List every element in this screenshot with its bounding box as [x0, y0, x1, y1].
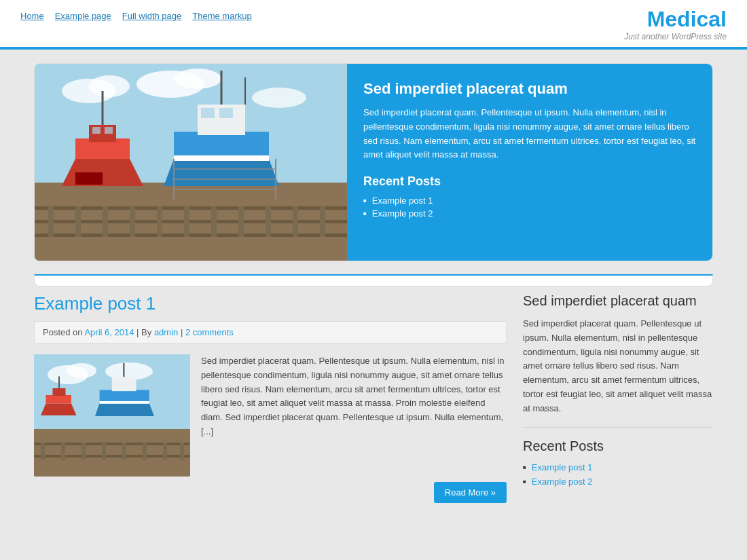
svg-rect-11	[75, 206, 81, 237]
svg-rect-20	[320, 206, 325, 237]
svg-rect-63	[112, 377, 136, 391]
svg-rect-17	[238, 206, 244, 237]
hero-content: Sed imperdiet placerat quam Sed imperdie…	[347, 64, 712, 261]
post-meta: Posted on April 6, 2014 | By admin | 2 c…	[34, 321, 507, 343]
post-body: Sed imperdiet placerat quam. Pellentesqu…	[34, 354, 507, 477]
svg-rect-16	[211, 206, 217, 237]
svg-rect-32	[201, 108, 215, 118]
nav-full-width[interactable]: Full width page	[122, 11, 181, 21]
sidebar: Sed imperdiet placerat quam Sed imperdie…	[523, 293, 713, 498]
svg-rect-24	[92, 127, 101, 134]
sidebar-post-link-1[interactable]: Example post 1	[532, 462, 593, 472]
svg-rect-33	[219, 108, 233, 118]
svg-rect-53	[143, 443, 147, 460]
hero-section: Sed imperdiet placerat quam Sed imperdie…	[34, 63, 713, 261]
svg-rect-9	[35, 234, 347, 237]
post-author[interactable]: admin	[154, 327, 178, 337]
nav-example-page[interactable]: Example page	[55, 11, 111, 21]
sidebar-post-link-2[interactable]: Example post 2	[532, 477, 593, 487]
svg-rect-61	[100, 390, 149, 403]
nav-home[interactable]: Home	[20, 11, 44, 21]
hero-recent-title: Recent Posts	[363, 174, 696, 189]
hero-post-item[interactable]: Example post 1	[363, 195, 696, 206]
svg-rect-7	[35, 206, 347, 210]
post-comments[interactable]: 2 comments	[185, 327, 234, 337]
svg-rect-25	[105, 127, 113, 134]
hero-posts-list: Example post 1 Example post 2	[363, 195, 696, 219]
svg-rect-57	[46, 395, 72, 404]
read-more-button[interactable]: Read More »	[434, 482, 507, 503]
svg-rect-54	[163, 443, 167, 460]
nav-theme-markup[interactable]: Theme markup	[192, 11, 251, 21]
svg-point-4	[174, 69, 221, 89]
sidebar-widget-title: Sed imperdiet placerat quam	[523, 293, 713, 309]
site-branding: Medical Just another WordPress site	[624, 7, 727, 41]
top-nav: Home Example page Full width page Theme …	[0, 0, 747, 47]
sidebar-post-item[interactable]: Example post 1	[523, 462, 713, 472]
svg-rect-49	[61, 443, 65, 460]
hero-text: Sed imperdiet placerat quam. Pellentesqu…	[363, 106, 696, 162]
svg-rect-27	[75, 172, 103, 185]
main-nav: Home Example page Full width page Theme …	[20, 7, 252, 21]
sidebar-divider	[523, 427, 713, 428]
post-excerpt: Sed imperdiet placerat quam. Pellentesqu…	[201, 354, 507, 477]
main-content: Example post 1 Posted on April 6, 2014 |…	[34, 293, 507, 498]
content-area: Example post 1 Posted on April 6, 2014 |…	[34, 293, 713, 498]
sidebar-recent-title: Recent Posts	[523, 438, 713, 454]
svg-rect-19	[293, 206, 298, 237]
svg-rect-51	[102, 443, 106, 460]
sidebar-widget-text: Sed imperdiet placerat quam. Pellentesqu…	[523, 317, 713, 416]
post-thumbnail	[34, 354, 190, 477]
svg-rect-30	[174, 155, 269, 161]
site-title: Medical	[624, 7, 727, 32]
svg-marker-60	[95, 403, 154, 416]
svg-point-2	[89, 75, 130, 97]
by-label: By	[141, 327, 151, 337]
svg-rect-48	[41, 443, 45, 460]
svg-rect-58	[53, 388, 66, 396]
svg-rect-62	[100, 401, 149, 404]
svg-rect-8	[35, 220, 347, 223]
post-title: Example post 1	[34, 293, 507, 314]
read-more-wrap: Read More »	[34, 487, 507, 498]
svg-rect-12	[103, 206, 108, 237]
hero-post-link-2[interactable]: Example post 2	[372, 208, 433, 219]
svg-rect-29	[174, 132, 269, 159]
page-wrapper: Sed imperdiet placerat quam Sed imperdie…	[20, 50, 727, 512]
svg-point-43	[67, 363, 96, 378]
post-date[interactable]: April 6, 2014	[84, 327, 134, 337]
svg-marker-56	[41, 404, 77, 416]
svg-rect-18	[266, 206, 271, 237]
site-tagline: Just another WordPress site	[624, 32, 727, 41]
hero-image	[35, 64, 347, 261]
svg-rect-10	[48, 206, 54, 237]
sidebar-posts-list: Example post 1 Example post 2	[523, 462, 713, 487]
svg-point-5	[252, 88, 306, 108]
hero-bottom-curve	[34, 274, 713, 286]
svg-rect-14	[157, 206, 162, 237]
hero-heading: Sed imperdiet placerat quam	[363, 80, 696, 98]
svg-rect-52	[122, 443, 126, 460]
svg-rect-13	[130, 206, 135, 237]
hero-post-item[interactable]: Example post 2	[363, 208, 696, 219]
sidebar-post-item[interactable]: Example post 2	[523, 477, 713, 487]
svg-marker-28	[164, 159, 279, 186]
svg-rect-15	[184, 206, 189, 237]
svg-rect-50	[81, 443, 86, 460]
hero-post-link-1[interactable]: Example post 1	[372, 195, 433, 206]
svg-rect-55	[180, 443, 184, 460]
posted-on-label: Posted on	[43, 327, 83, 337]
meta-separator-2: |	[181, 327, 185, 337]
